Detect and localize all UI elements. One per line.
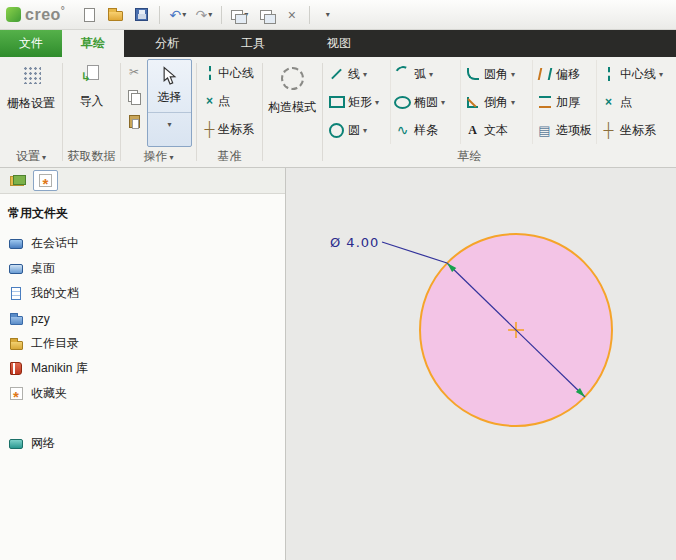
customize-toolbar-button[interactable]	[316, 4, 339, 26]
chevron-down-icon	[42, 153, 46, 162]
ellipse-button[interactable]: 椭圆	[391, 88, 461, 116]
circle-button[interactable]: 圆	[325, 116, 391, 144]
construction-mode-label: 构造模式	[268, 99, 316, 116]
fillet-button[interactable]: 圆角	[461, 60, 533, 88]
common-folders-header: 常用文件夹	[0, 194, 285, 231]
group-get-data: 导入 获取数据	[63, 57, 120, 167]
group-separator	[322, 63, 323, 161]
favorites-icon	[8, 386, 24, 402]
toolbar-separator	[309, 6, 310, 24]
tab-file[interactable]: 文件	[0, 30, 62, 57]
redo-button[interactable]	[192, 4, 215, 26]
select-dropdown[interactable]	[148, 112, 191, 130]
tab-tools[interactable]: 工具	[210, 30, 296, 57]
offset-icon	[536, 66, 553, 82]
chevron-down-icon	[208, 10, 212, 19]
thicken-button[interactable]: 加厚	[533, 88, 597, 116]
spline-label: 样条	[414, 122, 438, 139]
sidebar-item-in-session[interactable]: 在会话中	[0, 231, 285, 256]
toolbar-separator	[159, 6, 160, 24]
folder-tree-tab[interactable]	[4, 170, 29, 191]
offset-button[interactable]: 偏移	[533, 60, 597, 88]
tab-view[interactable]: 视图	[296, 30, 382, 57]
point-button[interactable]: 点	[597, 88, 675, 116]
datum-centerline-button[interactable]: 中心线	[197, 59, 262, 87]
line-icon	[328, 66, 345, 82]
fillet-icon	[464, 66, 481, 82]
paste-button[interactable]	[123, 109, 145, 134]
coordinate-system-icon	[201, 121, 218, 137]
chevron-down-icon	[182, 10, 186, 19]
windows-icon	[231, 10, 243, 20]
sketch-drawing: Ø 4.00	[286, 168, 676, 560]
sidebar-item-label: 工作目录	[31, 335, 79, 352]
dimension-label[interactable]: Ø 4.00	[330, 235, 379, 250]
chamfer-button[interactable]: 倒角	[461, 88, 533, 116]
cut-button[interactable]	[123, 59, 145, 84]
construction-mode-button[interactable]: 构造模式	[264, 59, 320, 147]
centerline-icon	[201, 65, 218, 81]
text-button[interactable]: 文本	[461, 116, 533, 144]
spline-icon	[394, 122, 411, 138]
circle-label: 圆	[348, 122, 360, 139]
sidebar-item-favorites[interactable]: 收藏夹	[0, 381, 285, 406]
favorites-tab[interactable]	[33, 170, 58, 191]
group-sketch: 构造模式 线 弧 圆角 偏移 中心线 矩形 椭圆 倒角 加厚 点 圆 样条 文本…	[263, 57, 676, 167]
paste-icon	[129, 115, 140, 128]
import-button[interactable]: 导入	[63, 59, 120, 110]
open-folder-icon	[108, 11, 123, 21]
spline-button[interactable]: 样条	[391, 116, 461, 144]
rectangle-button[interactable]: 矩形	[325, 88, 391, 116]
save-button[interactable]	[130, 4, 153, 26]
new-file-button[interactable]	[78, 4, 101, 26]
chevron-down-icon	[511, 70, 515, 79]
copy-button[interactable]	[123, 84, 145, 109]
settings-group-label[interactable]: 设置	[0, 148, 62, 165]
folder-tree-icon	[10, 175, 24, 186]
thicken-label: 加厚	[556, 94, 580, 111]
sketch-canvas[interactable]: Ø 4.00	[286, 168, 676, 560]
sidebar-item-network[interactable]: 网络	[0, 431, 285, 456]
grid-settings-button[interactable]: 栅格设置	[0, 59, 62, 112]
tab-analysis[interactable]: 分析	[124, 30, 210, 57]
select-button[interactable]: 选择	[147, 59, 192, 147]
sidebar-item-working-directory[interactable]: 工作目录	[0, 331, 285, 356]
windows-button[interactable]	[228, 4, 251, 26]
palette-button[interactable]: 选项板	[533, 116, 597, 144]
circle-icon	[328, 122, 345, 138]
creo-logo-icon	[6, 7, 21, 22]
sidebar-item-label: pzy	[31, 312, 50, 326]
window-arrange-button[interactable]	[254, 4, 277, 26]
select-label: 选择	[158, 89, 182, 106]
offset-label: 偏移	[556, 66, 580, 83]
sidebar-item-label: Manikin 库	[31, 360, 88, 377]
group-operations: 选择 操作	[121, 57, 196, 167]
app-logo: creo	[6, 5, 65, 24]
sidebar-item-label: 桌面	[31, 260, 55, 277]
arc-button[interactable]: 弧	[391, 60, 461, 88]
centerline-button[interactable]: 中心线	[597, 60, 675, 88]
window-arrange-icon	[260, 10, 272, 20]
scissors-icon	[129, 65, 139, 79]
csys-button[interactable]: 坐标系	[597, 116, 675, 144]
point-icon	[600, 94, 617, 110]
chamfer-label: 倒角	[484, 94, 508, 111]
creo-window: creo 文件 草绘 分析 工具 视图 栅格设置 设置	[0, 0, 676, 560]
csys-label: 坐标系	[620, 122, 656, 139]
sidebar-item-my-documents[interactable]: 我的文档	[0, 281, 285, 306]
datum-point-button[interactable]: 点	[197, 87, 262, 115]
sidebar-item-pzy[interactable]: pzy	[0, 306, 285, 331]
toolbar-separator	[221, 6, 222, 24]
datum-csys-button[interactable]: 坐标系	[197, 115, 262, 143]
open-button[interactable]	[104, 4, 127, 26]
tab-sketch[interactable]: 草绘	[62, 30, 124, 57]
copy-icon	[128, 90, 140, 103]
close-window-button[interactable]	[280, 4, 303, 26]
my-documents-icon	[8, 286, 24, 302]
undo-button[interactable]	[166, 4, 189, 26]
sidebar-item-desktop[interactable]: 桌面	[0, 256, 285, 281]
operations-group-label[interactable]: 操作	[121, 148, 196, 165]
sidebar-item-manikin-library[interactable]: Manikin 库	[0, 356, 285, 381]
line-button[interactable]: 线	[325, 60, 391, 88]
ribbon-tabbar: 文件 草绘 分析 工具 视图	[0, 30, 676, 57]
